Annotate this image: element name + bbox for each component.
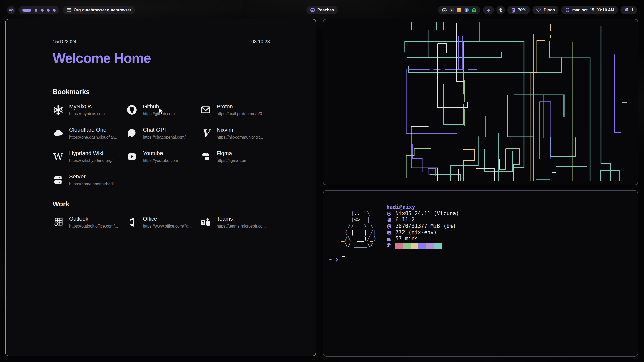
workspace-dot[interactable] — [47, 9, 50, 12]
browser-window: 15/10/2024 03:10:23 Welcome Home Bookmar… — [5, 19, 316, 356]
kernel-icon — [386, 217, 392, 222]
fetch-row: 6.11.2 — [386, 217, 459, 223]
color-swatch — [434, 243, 442, 249]
workspace-dot[interactable] — [35, 9, 37, 12]
terminal-cursor — [342, 256, 345, 263]
fetch-row: 57 mins — [386, 236, 459, 242]
color-swatch — [426, 243, 434, 249]
nixvim-icon: V — [200, 128, 211, 139]
battery-pill[interactable]: 70% — [507, 6, 530, 14]
fetch-value: 2870/31377 MiB (9%) — [395, 223, 456, 229]
startpage-clock: 03:10:23 — [251, 39, 270, 44]
spotify-media-icon — [310, 8, 315, 13]
workspace-dot[interactable] — [41, 9, 44, 12]
bookmark-url: https://home.anotherhadi.... — [69, 182, 118, 186]
color-swatch — [411, 243, 418, 249]
github-icon — [126, 104, 137, 115]
bookmark-cloudflare-one[interactable]: Cloudflare Onehttps://one.dash.cloudflar… — [53, 127, 126, 140]
bookmark-hyprland-wiki[interactable]: WHyprland Wikihttps://wiki.hyprland.org/ — [53, 150, 126, 163]
notification-count: 1 — [631, 8, 633, 12]
fetch-row: 772 (nix-env) — [386, 229, 459, 236]
bookmark-url: https://mynixos.com — [69, 112, 105, 116]
terminal-color-palette — [395, 243, 459, 249]
workspace-active[interactable] — [22, 9, 31, 12]
user-name: hadi — [386, 204, 399, 210]
memory-icon — [386, 224, 392, 229]
volume-pill[interactable] — [483, 6, 494, 14]
pipes-terminal-window — [323, 19, 638, 185]
bookmark-label: Office — [143, 216, 192, 222]
packages-icon — [386, 230, 392, 235]
bluetooth-icon — [499, 8, 503, 12]
battery-percent: 70% — [518, 8, 526, 12]
bookmark-url: https://one.dash.cloudflar... — [69, 135, 117, 140]
bookmark-url: https://figma.com — [217, 158, 247, 163]
shell-prompt: ~ — [329, 256, 632, 263]
notifications-pill[interactable]: 1 — [620, 6, 637, 14]
status-bar: Org.qutebrowser.qutebrowser Peaches 70% … — [7, 6, 637, 14]
bookmark-label: Proton — [217, 103, 265, 110]
bookmark-chat-gpt[interactable]: Chat GPThttps://chat.openai.com/ — [126, 127, 200, 140]
bookmark-nixvim[interactable]: VNixvimhttps://nix-community.git... — [200, 127, 274, 140]
bookmark-label: Hyprland Wiki — [69, 150, 113, 157]
bookmark-server[interactable]: Serverhttps://home.anotherhadi.... — [53, 173, 126, 186]
clock-pill[interactable]: mar. oct. 15 03:10 AM — [561, 6, 618, 14]
chatgpt-icon — [126, 128, 137, 139]
bookmark-proton[interactable]: Protonhttps://mail.proton.me/u/0... — [200, 103, 274, 116]
section-heading-bookmarks: Bookmarks — [53, 88, 270, 96]
divider — [53, 77, 270, 77]
office-icon — [126, 217, 137, 228]
bookmark-figma[interactable]: Figmahttps://figma.com — [200, 150, 274, 163]
spotify-tray-icon[interactable] — [472, 8, 476, 13]
bookmark-outlook[interactable]: Outlookhttps://outlook.office.com/... — [53, 216, 126, 229]
media-player-pill[interactable]: Peaches — [306, 6, 338, 14]
fastfetch-output: ___ (.. \ (<> | // \ \ ( | | /| _/\ __)/… — [341, 204, 632, 249]
window-icon — [66, 8, 71, 13]
color-swatch — [403, 243, 411, 249]
prompt-chevron-icon — [334, 258, 338, 262]
bookmark-mynixos[interactable]: MyNixOshttps://mynixos.com — [53, 103, 126, 116]
wifi-icon — [536, 8, 541, 12]
active-window-pill[interactable]: Org.qutebrowser.qutebrowser — [63, 6, 135, 14]
fetch-row: NixOS 24.11 (Vicuna) — [386, 210, 459, 217]
palette-icon — [386, 243, 391, 249]
file-manager-tray-icon[interactable] — [457, 8, 462, 12]
active-window-title: Org.qutebrowser.qutebrowser — [74, 8, 131, 12]
bookmark-label: Outlook — [69, 216, 118, 222]
bookmark-url: https://wiki.hyprland.org/ — [69, 158, 113, 163]
bookmark-url: https://www.office.com/?a... — [143, 224, 192, 229]
at-sign: @ — [399, 204, 403, 210]
bookmark-label: Youtube — [143, 150, 178, 157]
bluetooth-manager-tray-icon[interactable] — [464, 8, 469, 12]
fastfetch-info: hadi@nixy NixOS 24.11 (Vicuna)6.11.22870… — [386, 204, 459, 249]
bookmark-url: https://youtube.com — [143, 158, 178, 163]
launcher-button[interactable] — [7, 6, 15, 14]
host-name: nixy — [402, 204, 415, 210]
clipboard-manager-tray-icon[interactable] — [450, 8, 454, 12]
server-icon — [53, 174, 64, 186]
screen-recorder-tray-icon[interactable] — [442, 8, 447, 13]
workspace-dot[interactable] — [53, 9, 56, 12]
bookmark-label: Teams — [217, 216, 266, 222]
startpage-date: 15/10/2024 — [53, 39, 76, 44]
bookmark-url: https://outlook.office.com/... — [69, 224, 118, 229]
bookmark-url: https://chat.openai.com/ — [143, 135, 186, 140]
bookmark-office[interactable]: Officehttps://www.office.com/?a... — [126, 216, 200, 229]
bookmark-grid: Outlookhttps://outlook.office.com/...Off… — [53, 216, 270, 229]
prompt-cwd: ~ — [329, 257, 332, 263]
page-title: Welcome Home — [53, 50, 270, 66]
workspace-indicator[interactable] — [19, 6, 59, 14]
bluetooth-pill[interactable] — [496, 6, 505, 14]
network-pill[interactable]: Djoon — [532, 6, 559, 14]
bookmark-teams[interactable]: Teamshttps://teams.microsoft.co... — [200, 216, 274, 229]
wifi-ssid: Djoon — [544, 8, 555, 12]
bell-icon — [624, 8, 629, 13]
user-host: hadi@nixy — [386, 204, 459, 210]
fetch-value: 772 (nix-env) — [395, 229, 437, 236]
cloudflare-icon — [53, 128, 64, 139]
bookmark-label: MyNixOs — [69, 103, 105, 110]
fetch-value: NixOS 24.11 (Vicuna) — [395, 210, 459, 217]
terminal-window: ___ (.. \ (<> | // \ \ ( | | /| _/\ __)/… — [323, 190, 638, 357]
bookmark-youtube[interactable]: Youtubehttps://youtube.com — [126, 150, 200, 163]
bar-left-cluster: Org.qutebrowser.qutebrowser — [7, 6, 135, 14]
